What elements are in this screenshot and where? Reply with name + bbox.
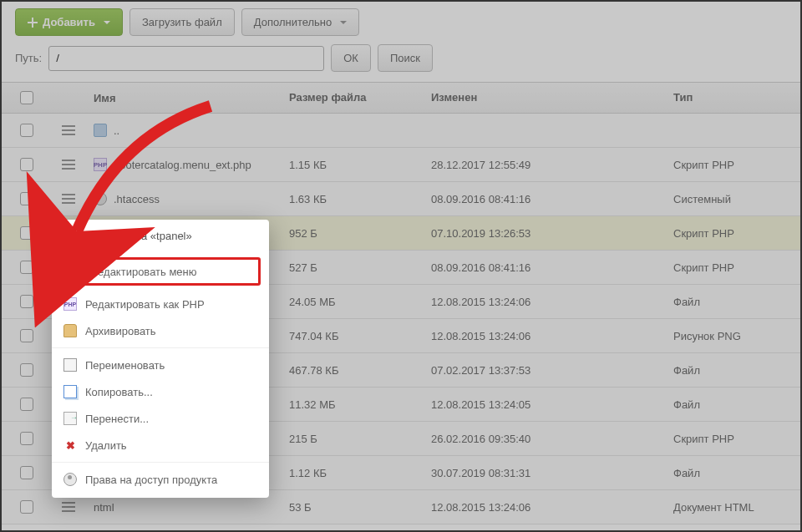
row-checkbox[interactable]	[20, 226, 33, 240]
context-item-label: Архивировать	[85, 325, 156, 337]
move-icon	[63, 412, 77, 425]
file-size: 1.63 КБ	[282, 185, 424, 214]
context-item-label: Редактировать меню	[91, 266, 197, 278]
context-menu: Меню типа «tpanel» Редактировать менюPHP…	[52, 220, 269, 498]
row-checkbox[interactable]	[20, 295, 33, 308]
file-type: Файл	[667, 459, 800, 488]
file-type: Скрипт PHP	[667, 424, 800, 453]
plus-icon	[28, 18, 38, 28]
file-modified: 08.09.2016 08:41:16	[424, 253, 667, 282]
context-item[interactable]: Перенести...	[52, 405, 269, 432]
context-item[interactable]: Архивировать	[52, 317, 269, 344]
more-button-label: Дополнительно	[254, 16, 332, 28]
file-size: 1.15 КБ	[282, 150, 424, 180]
file-type: Скрипт PHP	[667, 219, 800, 248]
file-name: ..	[114, 124, 119, 137]
row-checkbox[interactable]	[20, 466, 33, 479]
upload-button[interactable]: Загрузить файл	[129, 8, 235, 36]
file-type: Файл	[667, 390, 800, 419]
burger-icon[interactable]	[63, 231, 77, 241]
file-name: .htaccess	[114, 193, 160, 205]
row-checkbox[interactable]	[20, 432, 33, 445]
row-checkbox[interactable]	[20, 124, 33, 137]
file-size: 952 Б	[282, 219, 424, 248]
row-checkbox[interactable]	[20, 329, 33, 342]
edit-icon	[69, 265, 83, 278]
more-button[interactable]: Дополнительно	[241, 8, 360, 36]
row-checkbox[interactable]	[20, 398, 33, 411]
file-size: 1.12 КБ	[282, 459, 424, 488]
file-type	[667, 122, 800, 139]
file-type: Скрипт PHP	[667, 253, 800, 282]
file-icon	[94, 192, 107, 205]
file-modified: 30.07.2019 08:31:31	[424, 459, 667, 488]
ok-button[interactable]: ОК	[331, 44, 371, 72]
context-item-label: Удалить	[85, 439, 127, 452]
context-item[interactable]: Копировать...	[52, 378, 269, 405]
file-type: Файл	[667, 356, 800, 385]
context-separator	[52, 347, 269, 348]
row-menu-icon[interactable]	[62, 502, 75, 512]
del-icon: ✖	[63, 438, 77, 452]
row-checkbox[interactable]	[20, 158, 33, 171]
add-button-label: Добавить	[43, 16, 95, 28]
file-icon: PHP	[94, 158, 107, 171]
file-type: Файл	[667, 287, 800, 317]
context-item-label: Редактировать как PHP	[85, 298, 205, 311]
copy-icon	[63, 385, 77, 398]
context-item-label: Копировать...	[85, 386, 153, 398]
select-all-checkbox[interactable]	[20, 91, 33, 104]
file-type: Скрипт PHP	[667, 150, 800, 180]
file-modified: 26.02.2016 09:35:40	[424, 424, 667, 453]
file-size: 11.32 МБ	[282, 390, 424, 419]
context-title: Меню типа «tpanel»	[92, 230, 192, 242]
context-item[interactable]: PHPРедактировать как PHP	[52, 291, 269, 317]
search-button[interactable]: Поиск	[378, 44, 433, 72]
add-button[interactable]: Добавить	[15, 8, 123, 36]
header-type[interactable]: Тип	[667, 83, 800, 113]
arch-icon	[63, 324, 77, 337]
perm-icon	[63, 473, 77, 486]
file-modified: 07.02.2017 13:37:53	[424, 356, 667, 385]
file-modified: 28.12.2017 12:55:49	[424, 150, 667, 180]
row-checkbox[interactable]	[20, 363, 33, 377]
file-modified	[424, 122, 667, 139]
row-menu-icon[interactable]	[62, 125, 75, 135]
context-item[interactable]: Редактировать меню	[60, 257, 261, 286]
ren-icon	[63, 358, 77, 372]
table-header: Имя Размер файла Изменен Тип	[2, 82, 800, 114]
table-row[interactable]: ..	[2, 114, 800, 148]
file-modified: 12.08.2015 13:24:06	[424, 322, 667, 351]
file-modified: 12.08.2015 13:24:05	[424, 390, 667, 419]
file-name: ntml	[94, 501, 114, 514]
context-item[interactable]: ✖Удалить	[52, 432, 269, 459]
file-icon	[94, 124, 107, 137]
file-size: 24.05 МБ	[282, 287, 424, 317]
row-checkbox[interactable]	[20, 500, 33, 514]
row-menu-icon[interactable]	[62, 194, 75, 204]
file-type: Рисунок PNG	[667, 322, 800, 351]
context-title-row: Меню типа «tpanel»	[52, 220, 269, 252]
file-name: .footercatalog.menu_ext.php	[114, 159, 251, 171]
context-separator	[52, 462, 269, 463]
context-item-label: Перенести...	[85, 413, 149, 425]
file-size: 53 Б	[282, 493, 424, 522]
row-checkbox[interactable]	[20, 261, 33, 274]
path-input[interactable]	[48, 46, 324, 71]
file-size	[282, 122, 424, 139]
row-menu-icon[interactable]	[62, 160, 75, 170]
context-item[interactable]: Права на доступ продукта	[52, 466, 269, 493]
table-row[interactable]: .htaccess1.63 КБ08.09.2016 08:41:16Систе…	[2, 182, 800, 216]
header-size[interactable]: Размер файла	[282, 83, 424, 113]
file-size: 747.04 КБ	[282, 322, 424, 351]
file-modified: 08.09.2016 08:41:16	[424, 185, 667, 214]
context-item[interactable]: Переименовать	[52, 352, 269, 378]
table-row[interactable]: PHP.footercatalog.menu_ext.php1.15 КБ28.…	[2, 148, 800, 182]
row-checkbox[interactable]	[20, 192, 33, 205]
header-modified[interactable]: Изменен	[424, 83, 667, 113]
context-item-label: Переименовать	[85, 359, 165, 372]
file-size: 527 Б	[282, 253, 424, 282]
file-size: 467.78 КБ	[282, 356, 424, 385]
header-name[interactable]: Имя	[85, 83, 282, 113]
php-icon: PHP	[63, 297, 77, 311]
